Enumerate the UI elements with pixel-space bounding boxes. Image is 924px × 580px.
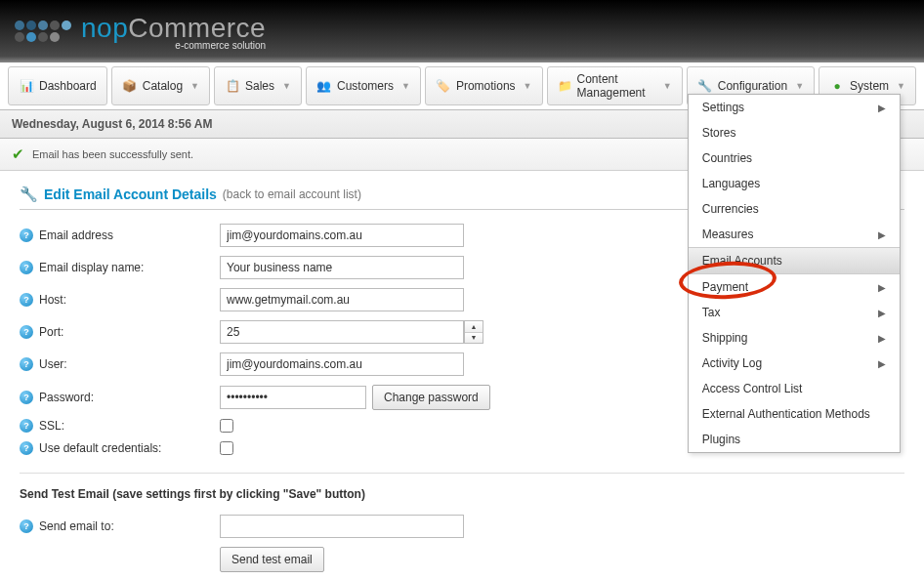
label-user: User:	[39, 357, 67, 371]
info-icon: ?	[20, 325, 33, 339]
chevron-right-icon: ▶	[878, 358, 886, 369]
menu-sales-label: Sales	[245, 79, 274, 93]
chevron-down-icon: ▼	[190, 81, 199, 91]
success-text: Email has been successfully sent.	[32, 148, 193, 160]
label-display-name: Email display name:	[39, 261, 144, 274]
catalog-icon: 📦	[122, 78, 138, 94]
wrench-icon: 🔧	[697, 78, 713, 94]
system-icon: ●	[829, 78, 845, 94]
menu-content-label: Content Management	[577, 72, 655, 100]
port-spinner: ▲ ▼	[464, 320, 483, 344]
dashboard-icon: 📊	[19, 78, 34, 94]
label-password: Password:	[39, 391, 94, 404]
chevron-down-icon: ▼	[524, 81, 532, 91]
email-address-input[interactable]	[220, 224, 464, 247]
menu-dashboard[interactable]: 📊 Dashboard	[8, 66, 107, 105]
spinner-down[interactable]: ▼	[465, 333, 483, 344]
chevron-down-icon: ▼	[897, 81, 905, 91]
dropdown-stores[interactable]: Stores	[689, 120, 900, 145]
menu-bar: 📊 Dashboard 📦 Catalog ▼ 📋 Sales ▼ 👥 Cust…	[0, 62, 924, 110]
label-send-email-to: Send email to:	[39, 519, 114, 533]
chevron-down-icon: ▼	[795, 81, 804, 91]
info-icon: ?	[20, 391, 33, 404]
user-input[interactable]	[220, 352, 464, 376]
password-input[interactable]	[220, 386, 366, 409]
menu-content-management[interactable]: 📁 Content Management ▼	[547, 66, 683, 105]
menu-system-label: System	[850, 79, 889, 93]
sales-icon: 📋	[225, 78, 240, 94]
divider	[20, 473, 904, 474]
ssl-checkbox[interactable]	[220, 419, 233, 433]
logo-dots-icon	[15, 15, 73, 48]
label-default-credentials: Use default credentials:	[39, 441, 161, 455]
label-email-address: Email address	[39, 228, 113, 242]
menu-dashboard-label: Dashboard	[39, 79, 97, 93]
check-icon: ✔	[12, 145, 24, 163]
change-password-button[interactable]: Change password	[372, 385, 490, 410]
promotions-icon: 🏷️	[436, 78, 451, 94]
dropdown-plugins[interactable]: Plugins	[689, 427, 900, 452]
menu-customers[interactable]: 👥 Customers ▼	[306, 66, 421, 105]
chevron-right-icon: ▶	[878, 308, 886, 318]
page-title: Edit Email Account Details	[44, 186, 217, 202]
info-icon: ?	[20, 519, 33, 533]
dropdown-measures[interactable]: Measures▶	[689, 222, 900, 247]
back-link[interactable]: (back to email account list)	[223, 187, 361, 201]
chevron-right-icon: ▶	[878, 229, 886, 240]
send-test-email-button[interactable]: Send test email	[220, 547, 324, 572]
label-host: Host:	[39, 293, 66, 307]
logo-text: nopCommerce e-commerce solution	[81, 13, 266, 51]
chevron-right-icon: ▶	[878, 282, 886, 293]
menu-configuration-label: Configuration	[718, 79, 787, 93]
dropdown-currencies[interactable]: Currencies	[689, 196, 900, 222]
dropdown-ext-auth[interactable]: External Authentication Methods	[689, 401, 900, 427]
send-email-to-input[interactable]	[220, 515, 464, 538]
logo-sub: e-commerce solution	[81, 40, 266, 51]
dropdown-payment[interactable]: Payment▶	[689, 274, 900, 300]
menu-promotions[interactable]: 🏷️ Promotions ▼	[425, 66, 543, 105]
chevron-down-icon: ▼	[401, 81, 410, 91]
dropdown-email-accounts[interactable]: Email Accounts	[689, 247, 900, 274]
menu-configuration[interactable]: 🔧 Configuration ▼ Settings▶ Stores Count…	[687, 66, 815, 105]
content-icon: 📁	[558, 78, 572, 94]
logo-nop: nop	[81, 13, 128, 43]
chevron-right-icon: ▶	[878, 103, 886, 113]
label-ssl: SSL:	[39, 419, 64, 433]
menu-promotions-label: Promotions	[456, 79, 516, 93]
dropdown-languages[interactable]: Languages	[689, 171, 900, 196]
dropdown-settings[interactable]: Settings▶	[689, 95, 900, 120]
logo-commerce: Commerce	[128, 13, 266, 43]
menu-catalog-label: Catalog	[143, 79, 183, 93]
chevron-right-icon: ▶	[878, 333, 886, 344]
info-icon: ?	[20, 357, 33, 371]
host-input[interactable]	[220, 288, 464, 311]
label-port: Port:	[39, 325, 63, 339]
header: nopCommerce e-commerce solution	[0, 0, 924, 62]
configuration-dropdown: Settings▶ Stores Countries Languages Cur…	[688, 94, 901, 453]
display-name-input[interactable]	[220, 256, 464, 279]
chevron-down-icon: ▼	[282, 81, 291, 91]
info-icon: ?	[20, 441, 33, 455]
menu-customers-label: Customers	[337, 79, 394, 93]
dropdown-countries[interactable]: Countries	[689, 145, 900, 171]
dropdown-activity-log[interactable]: Activity Log▶	[689, 351, 900, 376]
info-icon: ?	[20, 261, 33, 274]
dropdown-acl[interactable]: Access Control List	[689, 376, 900, 401]
info-icon: ?	[20, 419, 33, 433]
dropdown-tax[interactable]: Tax▶	[689, 300, 900, 325]
dropdown-shipping[interactable]: Shipping▶	[689, 325, 900, 351]
test-email-header: Send Test Email (save settings first by …	[20, 487, 904, 501]
customers-icon: 👥	[316, 78, 332, 94]
default-credentials-checkbox[interactable]	[220, 441, 233, 455]
port-input[interactable]	[220, 320, 464, 344]
info-icon: ?	[20, 228, 33, 242]
spinner-up[interactable]: ▲	[465, 321, 483, 333]
chevron-down-icon: ▼	[663, 81, 672, 91]
wrench-icon: 🔧	[20, 186, 38, 203]
info-icon: ?	[20, 293, 33, 307]
menu-catalog[interactable]: 📦 Catalog ▼	[111, 66, 210, 105]
menu-sales[interactable]: 📋 Sales ▼	[214, 66, 302, 105]
